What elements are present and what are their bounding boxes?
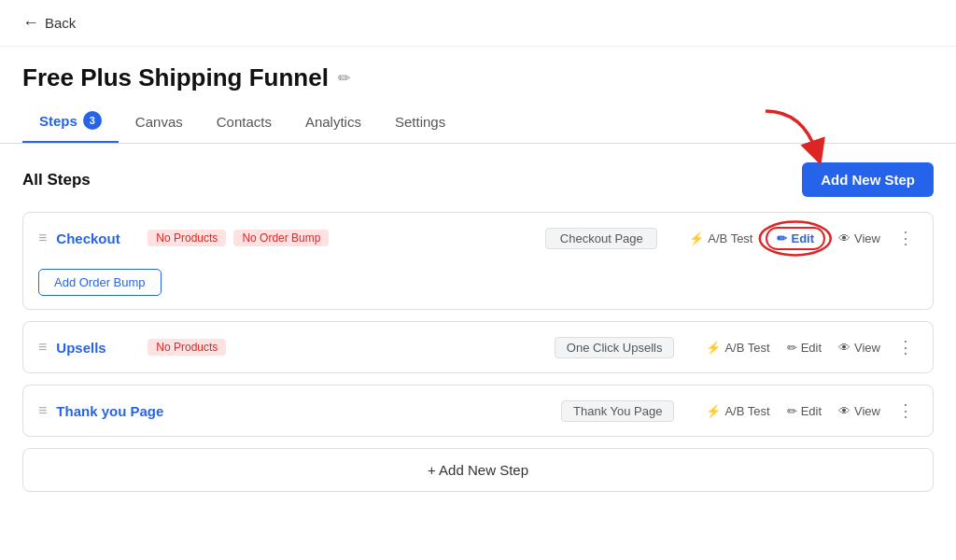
drag-icon-upsells[interactable]: ≡ — [38, 339, 47, 356]
checkout-actions: ⚡ A/B Test ✏ Edit 👁 View ⋮ — [685, 226, 918, 250]
step-row-checkout: ≡ Checkout No Products No Order Bump Che… — [38, 226, 918, 250]
thankyou-view-icon: 👁 — [838, 404, 851, 418]
upsells-actions: ⚡ A/B Test ✏ Edit 👁 View ⋮ — [702, 335, 918, 359]
thankyou-step-name[interactable]: Thank you Page — [56, 403, 163, 419]
all-steps-title: All Steps — [22, 171, 91, 189]
checkout-edit-button[interactable]: ✏ Edit — [766, 227, 825, 250]
tab-steps[interactable]: Steps 3 — [22, 100, 119, 143]
tab-contacts[interactable]: Contacts — [200, 103, 288, 141]
checkout-badge-no-order-bump: No Order Bump — [233, 230, 329, 246]
tab-steps-label: Steps — [39, 113, 77, 129]
checkout-badge-no-products: No Products — [148, 230, 226, 246]
thankyou-more-button[interactable]: ⋮ — [893, 399, 918, 423]
step-row-upsells: ≡ Upsells No Products One Click Upsells … — [38, 335, 918, 359]
tab-steps-badge: 3 — [83, 111, 102, 130]
back-arrow-icon: ← — [22, 13, 39, 33]
add-order-bump-label: Add Order Bump — [54, 275, 146, 289]
content-area: All Steps Add New Step ≡ Checkout No Pro… — [0, 144, 956, 511]
upsells-edit-icon: ✏ — [787, 341, 797, 355]
tab-settings[interactable]: Settings — [378, 103, 462, 141]
thankyou-edit-icon: ✏ — [787, 404, 797, 418]
upsells-ab-test-label: A/B Test — [724, 341, 769, 355]
tab-analytics[interactable]: Analytics — [288, 103, 378, 141]
checkout-edit-icon: ✏ — [777, 231, 787, 245]
upsells-more-button[interactable]: ⋮ — [893, 335, 918, 359]
thankyou-view-label: View — [854, 404, 880, 418]
drag-icon-checkout[interactable]: ≡ — [38, 230, 47, 246]
upsells-view-label: View — [854, 341, 880, 355]
ab-test-icon: ⚡ — [689, 231, 704, 245]
tab-canvas[interactable]: Canvas — [119, 103, 200, 141]
checkout-ab-test-button[interactable]: ⚡ A/B Test — [685, 230, 756, 247]
tabs-bar: Steps 3 Canvas Contacts Analytics Settin… — [0, 100, 956, 144]
step-card-upsells: ≡ Upsells No Products One Click Upsells … — [22, 321, 934, 373]
checkout-view-button[interactable]: 👁 View — [835, 230, 884, 247]
upsells-ab-test-button[interactable]: ⚡ A/B Test — [702, 339, 773, 357]
step-row-thankyou: ≡ Thank you Page Thank You Page ⚡ A/B Te… — [38, 399, 918, 423]
thankyou-type-badge: Thank You Page — [561, 400, 674, 422]
upsells-view-button[interactable]: 👁 View — [835, 339, 884, 357]
tab-analytics-label: Analytics — [305, 114, 361, 130]
upsells-edit-button[interactable]: ✏ Edit — [783, 339, 825, 357]
thankyou-actions: ⚡ A/B Test ✏ Edit 👁 View ⋮ — [702, 399, 918, 423]
section-header: All Steps Add New Step — [22, 162, 934, 197]
thankyou-ab-test-button[interactable]: ⚡ A/B Test — [702, 402, 773, 420]
upsells-step-name[interactable]: Upsells — [56, 340, 140, 356]
add-new-step-label: Add New Step — [821, 172, 915, 188]
add-new-step-row[interactable]: + Add New Step — [22, 448, 934, 492]
tab-settings-label: Settings — [395, 114, 445, 130]
add-new-step-button[interactable]: Add New Step — [802, 162, 934, 197]
thankyou-edit-label: Edit — [801, 404, 822, 418]
checkout-type-badge: Checkout Page — [545, 228, 657, 249]
title-edit-icon[interactable]: ✏ — [338, 69, 350, 87]
upsells-type-badge: One Click Upsells — [555, 337, 675, 358]
upsells-edit-label: Edit — [801, 341, 822, 355]
drag-icon-thankyou[interactable]: ≡ — [38, 402, 47, 419]
checkout-step-name[interactable]: Checkout — [56, 231, 140, 246]
thankyou-edit-button[interactable]: ✏ Edit — [783, 402, 825, 420]
thankyou-view-button[interactable]: 👁 View — [835, 402, 884, 420]
thankyou-ab-test-label: A/B Test — [724, 404, 769, 418]
back-label: Back — [45, 15, 76, 31]
upsells-badge-no-products: No Products — [148, 339, 226, 356]
checkout-view-label: View — [854, 231, 880, 245]
upsells-view-icon: 👁 — [838, 341, 851, 355]
checkout-ab-test-label: A/B Test — [708, 231, 752, 245]
add-order-bump-button[interactable]: Add Order Bump — [38, 269, 162, 296]
upsells-ab-icon: ⚡ — [706, 341, 721, 355]
checkout-more-button[interactable]: ⋮ — [893, 226, 918, 250]
step-card-checkout: ≡ Checkout No Products No Order Bump Che… — [22, 212, 934, 310]
add-order-bump-row: Add Order Bump — [38, 259, 918, 296]
back-button[interactable]: ← Back — [22, 13, 76, 33]
page-header: Free Plus Shipping Funnel ✏ — [0, 47, 956, 92]
checkout-view-icon: 👁 — [838, 231, 851, 245]
page-title: Free Plus Shipping Funnel — [22, 63, 329, 92]
add-new-step-bottom-label: + Add New Step — [428, 462, 528, 478]
tab-contacts-label: Contacts — [217, 114, 272, 130]
step-card-thankyou: ≡ Thank you Page Thank You Page ⚡ A/B Te… — [22, 385, 934, 437]
tab-canvas-label: Canvas — [135, 114, 183, 130]
checkout-edit-label: Edit — [791, 231, 814, 245]
thankyou-ab-icon: ⚡ — [706, 404, 721, 418]
